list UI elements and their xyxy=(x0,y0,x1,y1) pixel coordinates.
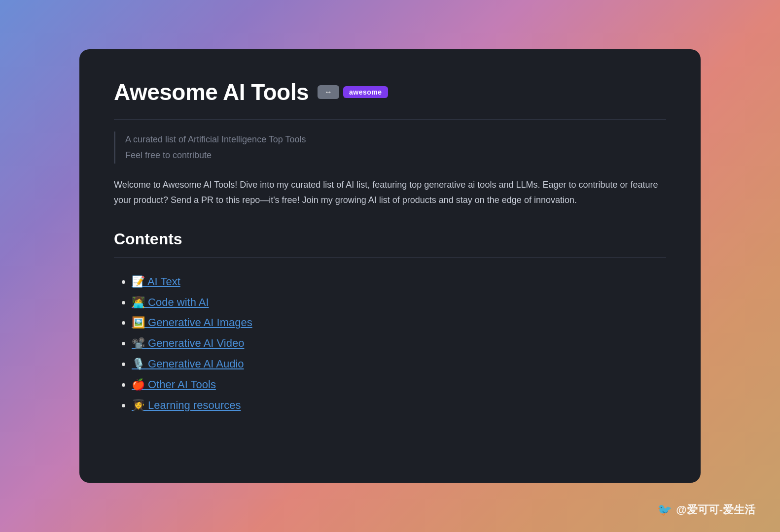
header-divider xyxy=(114,119,666,120)
contents-link-5[interactable]: 🍎 Other AI Tools xyxy=(132,378,216,391)
contents-link-0[interactable]: 📝 AI Text xyxy=(132,275,180,288)
weibo-icon: 🐦 xyxy=(657,503,672,517)
list-item: 👩‍🎓 Learning resources xyxy=(132,395,666,416)
watermark: 🐦 @爱可可-爱生活 xyxy=(657,502,755,517)
list-item: 📽️ Generative AI Video xyxy=(132,333,666,354)
contents-link-3[interactable]: 📽️ Generative AI Video xyxy=(132,337,244,349)
list-item: 🖼️ Generative AI Images xyxy=(132,312,666,333)
contents-title: Contents xyxy=(114,230,666,248)
main-card: Awesome AI Tools ↔ awesome A curated lis… xyxy=(79,49,701,483)
description-text: Welcome to Awesome AI Tools! Dive into m… xyxy=(114,177,666,208)
contents-link-4[interactable]: 🎙️ Generative AI Audio xyxy=(132,358,244,370)
contents-list: 📝 AI Text👩‍💻 Code with AI🖼️ Generative A… xyxy=(114,271,666,416)
page-title: Awesome AI Tools xyxy=(114,79,309,105)
contents-link-1[interactable]: 👩‍💻 Code with AI xyxy=(132,296,209,308)
list-item: 🍎 Other AI Tools xyxy=(132,374,666,395)
contents-link-6[interactable]: 👩‍🎓 Learning resources xyxy=(132,399,241,411)
watermark-text: @爱可可-爱生活 xyxy=(676,502,755,517)
list-item: 📝 AI Text xyxy=(132,271,666,292)
list-item: 🎙️ Generative AI Audio xyxy=(132,354,666,374)
blockquote-line-2: Feel free to contribute xyxy=(125,147,666,163)
blockquote-section: A curated list of Artificial Intelligenc… xyxy=(114,132,666,164)
awesome-badge: awesome xyxy=(343,86,388,98)
contents-link-2[interactable]: 🖼️ Generative AI Images xyxy=(132,316,252,329)
header-section: Awesome AI Tools ↔ awesome xyxy=(114,79,666,105)
contents-divider xyxy=(114,257,666,258)
blockquote-line-1: A curated list of Artificial Intelligenc… xyxy=(125,132,666,147)
exchange-icon: ↔ xyxy=(318,85,339,99)
list-item: 👩‍💻 Code with AI xyxy=(132,292,666,313)
badge-container: ↔ awesome xyxy=(318,85,388,99)
